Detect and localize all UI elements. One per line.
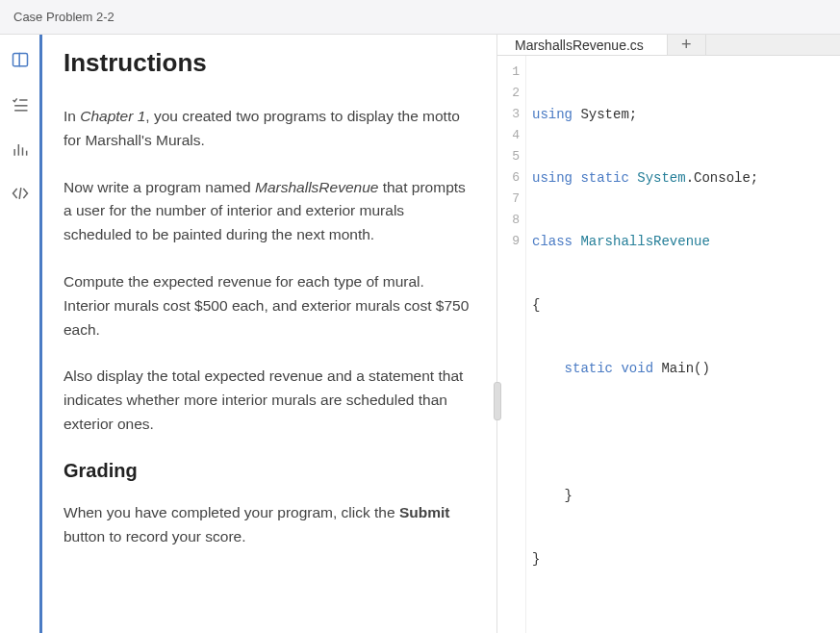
- code-line: static void Main(): [532, 358, 840, 379]
- gutter-line: 6: [497, 167, 520, 189]
- tab-add-button[interactable]: +: [668, 35, 706, 55]
- p1-chapter: Chapter 1: [80, 108, 145, 124]
- plus-icon: +: [681, 35, 692, 55]
- line-gutter: 1 2 3 4 5 6 7 8 9: [497, 56, 526, 633]
- tabs-bar: MarshallsRevenue.cs +: [497, 35, 840, 56]
- code-line: [532, 421, 840, 443]
- gutter-line: 5: [497, 146, 520, 167]
- tok: .Console;: [686, 170, 759, 186]
- gutter-line: 2: [497, 83, 520, 104]
- tok: class: [532, 234, 573, 249]
- code-line: using static System.Console;: [532, 167, 840, 189]
- p5-suffix: button to record your score.: [64, 528, 246, 544]
- code-line: [532, 612, 840, 633]
- tok: System;: [573, 107, 637, 122]
- tok: Main(): [653, 361, 710, 376]
- code-line: class MarshallsRevenue: [532, 231, 840, 252]
- instructions-p3: Compute the expected revenue for each ty…: [64, 270, 473, 342]
- tok: System: [629, 170, 686, 186]
- code-line: }: [532, 485, 840, 506]
- svg-line-7: [19, 188, 21, 199]
- tok: {: [532, 297, 540, 313]
- instructions-p2: Now write a program named MarshallsReven…: [64, 176, 473, 247]
- grading-title: Grading: [64, 460, 473, 482]
- code-line: }: [532, 548, 840, 570]
- code-icon[interactable]: [10, 183, 31, 204]
- checklist-icon[interactable]: [10, 94, 31, 115]
- panel-resizer[interactable]: [494, 382, 501, 420]
- p5-prefix: When you have completed your program, cl…: [64, 504, 399, 520]
- book-icon[interactable]: [10, 50, 31, 71]
- content-area: Instructions In Chapter 1, you created t…: [40, 35, 840, 633]
- tok: }: [532, 488, 573, 503]
- main-container: Instructions In Chapter 1, you created t…: [0, 35, 840, 633]
- instructions-p5: When you have completed your program, cl…: [64, 501, 473, 549]
- tok: MarshallsRevenue: [573, 234, 710, 249]
- code-line: {: [532, 294, 840, 316]
- tok: using: [532, 170, 573, 186]
- chart-icon[interactable]: [10, 139, 31, 160]
- instructions-p1: In Chapter 1, you created two programs t…: [64, 105, 473, 153]
- page-title: Case Problem 2-2: [13, 10, 115, 24]
- tok: static: [580, 170, 628, 186]
- gutter-line: 3: [497, 104, 520, 125]
- tok: void: [621, 361, 653, 376]
- p1-prefix: In: [64, 108, 80, 124]
- tok: }: [532, 551, 540, 567]
- p2-prefix: Now write a program named: [64, 179, 255, 195]
- header-bar: Case Problem 2-2: [0, 0, 840, 35]
- code-editor[interactable]: 1 2 3 4 5 6 7 8 9 using System; using st…: [497, 56, 840, 633]
- code-line: using System;: [532, 104, 840, 125]
- p5-submit: Submit: [399, 504, 450, 520]
- gutter-line: 7: [497, 189, 520, 210]
- instructions-title: Instructions: [64, 48, 473, 78]
- code-lines[interactable]: using System; using static System.Consol…: [526, 56, 840, 633]
- tab-label: MarshallsRevenue.cs: [515, 38, 644, 53]
- editor-panel: MarshallsRevenue.cs + 1 2 3 4 5 6 7 8 9: [496, 35, 840, 633]
- tok: [532, 361, 565, 376]
- tok: static: [565, 361, 613, 376]
- instructions-panel: Instructions In Chapter 1, you created t…: [39, 35, 496, 633]
- tab-file[interactable]: MarshallsRevenue.cs: [497, 35, 668, 55]
- gutter-line: 4: [497, 125, 520, 146]
- sidebar: [0, 35, 40, 633]
- gutter-line: 9: [497, 231, 520, 252]
- gutter-line: 8: [497, 210, 520, 231]
- p2-name: MarshallsRevenue: [255, 179, 378, 195]
- instructions-p4: Also display the total expected revenue …: [64, 365, 473, 436]
- tok: using: [532, 107, 573, 122]
- gutter-line: 1: [497, 62, 520, 83]
